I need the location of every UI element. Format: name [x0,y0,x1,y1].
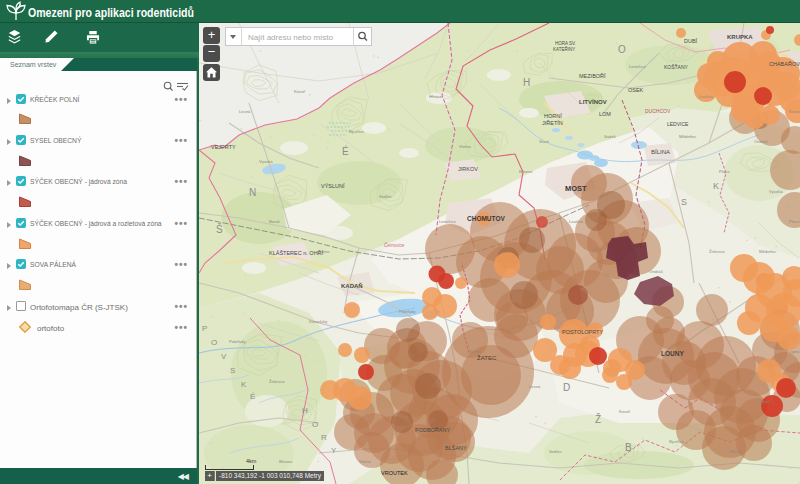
svg-text:Vysoká: Vysoká [769,189,783,194]
svg-text:Vysoká: Vysoká [259,159,273,164]
svg-text:VÝSLUNÍ: VÝSLUNÍ [321,183,345,189]
svg-text:DUCHCOV: DUCHCOV [645,108,671,114]
svg-text:ŽATEC: ŽATEC [477,354,497,361]
svg-text:Hřivice: Hřivice [429,94,442,99]
svg-text:Hřivice: Hřivice [729,449,742,454]
svg-text:Sadek: Sadek [469,349,482,354]
svg-text:Korozluky: Korozluky [309,319,328,324]
svg-text:Š: Š [216,223,223,235]
svg-text:Poleřady: Poleřady [229,339,246,344]
svg-text:K: K [241,380,247,389]
svg-text:JIŘETÍN: JIŘETÍN [542,119,563,126]
svg-text:Korozluky: Korozluky [789,109,800,114]
svg-text:Lesná: Lesná [529,384,541,389]
svg-text:KLÁŠTEREC n. OHŘÍ: KLÁŠTEREC n. OHŘÍ [269,249,324,256]
svg-text:Place: Place [789,219,800,224]
svg-text:Želenice: Želenice [269,379,285,384]
svg-text:CHABAŘOVICE: CHABAŘOVICE [769,60,800,67]
svg-text:HORNÍ: HORNÍ [544,113,562,119]
svg-text:Omezení pro aplikaci rodentici: Omezení pro aplikaci rodenticidů [28,5,194,20]
svg-text:Lipno: Lipno [319,249,330,254]
svg-text:Lenešice: Lenešice [439,219,456,224]
svg-text:Borek: Borek [269,219,281,224]
svg-text:BÍLINA: BÍLINA [651,149,670,155]
svg-text:MOST: MOST [565,184,587,193]
svg-text:JIRKOV: JIRKOV [458,166,478,172]
svg-text:VEJPRTY: VEJPRTY [211,144,236,150]
svg-text:S: S [681,197,687,207]
svg-text:O: O [312,420,318,429]
svg-text:Mědeňec: Mědeňec [679,134,696,139]
svg-text:V: V [221,352,227,361]
svg-text:Vtelno: Vtelno [459,144,472,149]
svg-text:OSEK: OSEK [628,87,644,93]
svg-text:Y: Y [331,446,337,455]
svg-text:R: R [321,433,327,442]
svg-text:Staré: Staré [499,249,510,254]
svg-text:P: P [202,324,207,333]
svg-text:CHOMUTOV: CHOMUTOV [467,215,505,222]
svg-text:KADAŇ: KADAŇ [341,282,363,289]
svg-text:H: H [302,406,308,415]
svg-text:Ondráš: Ondráš [754,139,768,144]
svg-text:D: D [563,382,570,393]
svg-text:Březno: Březno [519,169,533,174]
svg-text:KOŠŤANY: KOŠŤANY [664,63,689,70]
svg-text:É: É [250,392,255,401]
svg-text:Sedlec: Sedlec [549,449,562,454]
svg-text:Březno: Březno [279,459,293,464]
svg-text:PODBOŘANY: PODBOŘANY [415,426,450,433]
svg-text:HORA SV.: HORA SV. [555,41,576,46]
svg-text:Lenešice: Lenešice [629,64,646,69]
svg-text:K: K [713,181,719,191]
svg-text:Lipno: Lipno [789,349,800,354]
svg-text:Bystřice: Bystřice [669,439,685,444]
svg-text:H: H [523,77,530,88]
svg-text:Želenice: Želenice [709,249,725,254]
svg-text:KRUPKA: KRUPKA [727,34,753,40]
svg-text:Sadek: Sadek [604,134,617,139]
svg-text:POSTOLOPRTY: POSTOLOPRTY [562,329,603,335]
svg-text:Černovice: Černovice [384,242,405,248]
svg-text:N: N [249,187,256,198]
svg-text:Vtelno: Vtelno [359,459,372,464]
svg-text:Ž: Ž [595,413,601,425]
svg-text:Staré: Staré [539,139,550,144]
svg-text:BLŠANY: BLŠANY [445,445,467,451]
svg-text:LOM: LOM [599,111,611,117]
svg-text:VROUTEK: VROUTEK [381,470,408,476]
svg-text:O: O [618,44,626,55]
svg-text:Loučná: Loučná [569,219,583,224]
svg-text:Kovoř: Kovoř [619,409,631,414]
svg-text:Borek: Borek [759,399,771,404]
svg-text:Kovoř: Kovoř [294,89,306,94]
svg-text:KATEŘINY: KATEŘINY [553,45,575,52]
svg-text:O: O [211,338,217,347]
svg-text:Place: Place [719,169,730,174]
svg-text:Bystřice: Bystřice [349,129,365,134]
svg-text:S: S [230,366,235,375]
svg-text:DUBÍ: DUBÍ [684,38,698,44]
svg-text:Mědeňec: Mědeňec [759,249,776,254]
svg-text:LEDVICE: LEDVICE [667,121,689,127]
svg-text:LOUNY: LOUNY [661,350,684,357]
svg-text:LITVÍNOV: LITVÍNOV [579,98,607,105]
svg-text:É: É [342,145,349,157]
svg-text:Loučná: Loučná [699,94,713,99]
svg-text:Sedlec: Sedlec [379,194,392,199]
svg-text:Poleřady: Poleřady [399,309,416,314]
svg-text:Ondráš: Ondráš [649,269,663,274]
svg-text:MEZIBOŘÍ: MEZIBOŘÍ [579,72,606,79]
svg-text:Lesná: Lesná [239,109,251,114]
svg-text:B: B [625,442,632,453]
